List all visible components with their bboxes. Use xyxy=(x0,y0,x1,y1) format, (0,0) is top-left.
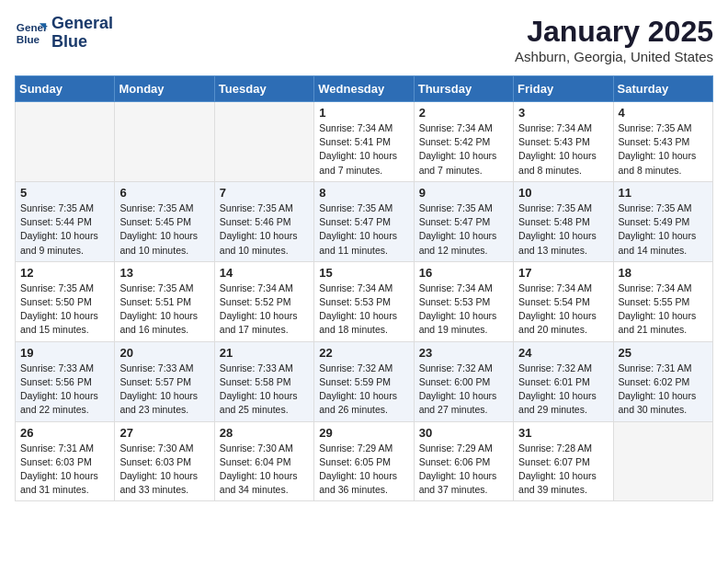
day-info: Sunrise: 7:35 AMSunset: 5:49 PMDaylight:… xyxy=(619,201,708,258)
calendar-cell: 17 Sunrise: 7:34 AMSunset: 5:54 PMDaylig… xyxy=(514,261,613,341)
day-number: 2 xyxy=(419,106,508,120)
calendar-cell: 6 Sunrise: 7:35 AMSunset: 5:45 PMDayligh… xyxy=(115,181,214,261)
day-number: 7 xyxy=(220,186,309,200)
day-info: Sunrise: 7:31 AMSunset: 6:03 PMDaylight:… xyxy=(20,442,109,498)
calendar-cell: 20 Sunrise: 7:33 AMSunset: 5:57 PMDaylig… xyxy=(115,341,214,421)
calendar-cell: 21 Sunrise: 7:33 AMSunset: 5:58 PMDaylig… xyxy=(214,341,313,421)
weekday-header-friday: Friday xyxy=(514,76,613,102)
calendar-cell: 31 Sunrise: 7:28 AMSunset: 6:07 PMDaylig… xyxy=(514,421,613,501)
day-info: Sunrise: 7:34 AMSunset: 5:53 PMDaylight:… xyxy=(419,282,508,338)
day-number: 14 xyxy=(220,266,309,280)
day-number: 30 xyxy=(419,426,508,440)
day-number: 15 xyxy=(319,266,408,280)
calendar-subtitle: Ashburn, Georgia, United States xyxy=(515,49,713,64)
calendar-cell xyxy=(613,421,712,501)
calendar-title: January 2025 xyxy=(515,15,713,49)
day-number: 17 xyxy=(518,266,608,280)
calendar-cell: 19 Sunrise: 7:33 AMSunset: 5:56 PMDaylig… xyxy=(16,341,115,421)
day-info: Sunrise: 7:32 AMSunset: 6:00 PMDaylight:… xyxy=(419,362,508,418)
calendar-cell: 26 Sunrise: 7:31 AMSunset: 6:03 PMDaylig… xyxy=(16,421,115,501)
day-info: Sunrise: 7:35 AMSunset: 5:51 PMDaylight:… xyxy=(119,282,209,338)
logo-text-general: General xyxy=(51,15,113,33)
calendar-cell: 2 Sunrise: 7:34 AMSunset: 5:42 PMDayligh… xyxy=(414,102,513,182)
day-number: 26 xyxy=(20,426,109,440)
day-number: 6 xyxy=(119,186,209,200)
day-number: 10 xyxy=(518,186,608,200)
day-info: Sunrise: 7:31 AMSunset: 6:02 PMDaylight:… xyxy=(619,362,708,418)
logo-text-blue: Blue xyxy=(51,33,113,52)
day-info: Sunrise: 7:29 AMSunset: 6:06 PMDaylight:… xyxy=(419,442,508,498)
calendar-cell: 3 Sunrise: 7:34 AMSunset: 5:43 PMDayligh… xyxy=(514,102,613,182)
calendar-table: SundayMondayTuesdayWednesdayThursdayFrid… xyxy=(15,75,713,501)
calendar-cell: 8 Sunrise: 7:35 AMSunset: 5:47 PMDayligh… xyxy=(314,181,414,261)
calendar-cell: 15 Sunrise: 7:34 AMSunset: 5:53 PMDaylig… xyxy=(314,261,414,341)
day-number: 19 xyxy=(20,346,109,360)
day-number: 24 xyxy=(518,346,608,360)
day-info: Sunrise: 7:35 AMSunset: 5:47 PMDaylight:… xyxy=(419,201,508,258)
day-number: 28 xyxy=(220,426,309,440)
calendar-cell: 10 Sunrise: 7:35 AMSunset: 5:48 PMDaylig… xyxy=(514,181,613,261)
day-number: 1 xyxy=(319,106,408,120)
calendar-cell: 22 Sunrise: 7:32 AMSunset: 5:59 PMDaylig… xyxy=(314,341,414,421)
day-number: 22 xyxy=(319,346,408,360)
calendar-cell: 9 Sunrise: 7:35 AMSunset: 5:47 PMDayligh… xyxy=(414,181,513,261)
day-info: Sunrise: 7:35 AMSunset: 5:43 PMDaylight:… xyxy=(619,121,708,178)
day-number: 8 xyxy=(319,186,408,200)
calendar-cell: 16 Sunrise: 7:34 AMSunset: 5:53 PMDaylig… xyxy=(414,261,513,341)
calendar-cell: 7 Sunrise: 7:35 AMSunset: 5:46 PMDayligh… xyxy=(214,181,313,261)
calendar-cell: 14 Sunrise: 7:34 AMSunset: 5:52 PMDaylig… xyxy=(214,261,313,341)
day-info: Sunrise: 7:34 AMSunset: 5:41 PMDaylight:… xyxy=(319,121,408,178)
day-info: Sunrise: 7:30 AMSunset: 6:03 PMDaylight:… xyxy=(119,442,209,498)
calendar-cell xyxy=(115,102,214,182)
day-info: Sunrise: 7:34 AMSunset: 5:43 PMDaylight:… xyxy=(518,121,608,178)
weekday-header-tuesday: Tuesday xyxy=(214,76,313,102)
day-number: 4 xyxy=(619,106,708,120)
calendar-cell: 11 Sunrise: 7:35 AMSunset: 5:49 PMDaylig… xyxy=(613,181,712,261)
weekday-header-sunday: Sunday xyxy=(16,76,115,102)
calendar-week-row: 12 Sunrise: 7:35 AMSunset: 5:50 PMDaylig… xyxy=(16,261,713,341)
day-info: Sunrise: 7:30 AMSunset: 6:04 PMDaylight:… xyxy=(220,442,309,498)
day-info: Sunrise: 7:35 AMSunset: 5:47 PMDaylight:… xyxy=(319,201,408,258)
day-number: 29 xyxy=(319,426,408,440)
calendar-cell: 24 Sunrise: 7:32 AMSunset: 6:01 PMDaylig… xyxy=(514,341,613,421)
weekday-header-monday: Monday xyxy=(115,76,214,102)
calendar-cell: 5 Sunrise: 7:35 AMSunset: 5:44 PMDayligh… xyxy=(16,181,115,261)
day-number: 16 xyxy=(419,266,508,280)
day-number: 3 xyxy=(518,106,608,120)
day-number: 25 xyxy=(619,346,708,360)
day-info: Sunrise: 7:34 AMSunset: 5:54 PMDaylight:… xyxy=(518,282,608,338)
calendar-cell: 13 Sunrise: 7:35 AMSunset: 5:51 PMDaylig… xyxy=(115,261,214,341)
calendar-cell: 27 Sunrise: 7:30 AMSunset: 6:03 PMDaylig… xyxy=(115,421,214,501)
calendar-week-row: 5 Sunrise: 7:35 AMSunset: 5:44 PMDayligh… xyxy=(16,181,713,261)
day-info: Sunrise: 7:35 AMSunset: 5:44 PMDaylight:… xyxy=(20,201,109,258)
day-number: 13 xyxy=(119,266,209,280)
day-number: 11 xyxy=(619,186,708,200)
day-number: 21 xyxy=(220,346,309,360)
day-number: 27 xyxy=(119,426,209,440)
weekday-header-thursday: Thursday xyxy=(414,76,513,102)
day-number: 20 xyxy=(119,346,209,360)
day-info: Sunrise: 7:28 AMSunset: 6:07 PMDaylight:… xyxy=(518,442,608,498)
calendar-week-row: 26 Sunrise: 7:31 AMSunset: 6:03 PMDaylig… xyxy=(16,421,713,501)
calendar-week-row: 1 Sunrise: 7:34 AMSunset: 5:41 PMDayligh… xyxy=(16,102,713,182)
day-info: Sunrise: 7:33 AMSunset: 5:58 PMDaylight:… xyxy=(220,362,309,418)
weekday-header-saturday: Saturday xyxy=(613,76,712,102)
calendar-cell: 4 Sunrise: 7:35 AMSunset: 5:43 PMDayligh… xyxy=(613,102,712,182)
calendar-cell: 30 Sunrise: 7:29 AMSunset: 6:06 PMDaylig… xyxy=(414,421,513,501)
calendar-cell: 28 Sunrise: 7:30 AMSunset: 6:04 PMDaylig… xyxy=(214,421,313,501)
day-info: Sunrise: 7:29 AMSunset: 6:05 PMDaylight:… xyxy=(319,442,408,498)
day-info: Sunrise: 7:35 AMSunset: 5:50 PMDaylight:… xyxy=(20,282,109,338)
day-info: Sunrise: 7:34 AMSunset: 5:53 PMDaylight:… xyxy=(319,282,408,338)
svg-text:General: General xyxy=(17,21,48,33)
day-info: Sunrise: 7:35 AMSunset: 5:45 PMDaylight:… xyxy=(119,201,209,258)
day-info: Sunrise: 7:34 AMSunset: 5:52 PMDaylight:… xyxy=(220,282,309,338)
day-info: Sunrise: 7:33 AMSunset: 5:57 PMDaylight:… xyxy=(119,362,209,418)
svg-text:Blue: Blue xyxy=(17,33,40,45)
calendar-week-row: 19 Sunrise: 7:33 AMSunset: 5:56 PMDaylig… xyxy=(16,341,713,421)
logo-icon: General Blue xyxy=(15,17,48,50)
day-info: Sunrise: 7:32 AMSunset: 5:59 PMDaylight:… xyxy=(319,362,408,418)
calendar-cell: 29 Sunrise: 7:29 AMSunset: 6:05 PMDaylig… xyxy=(314,421,414,501)
day-info: Sunrise: 7:35 AMSunset: 5:48 PMDaylight:… xyxy=(518,201,608,258)
calendar-cell: 12 Sunrise: 7:35 AMSunset: 5:50 PMDaylig… xyxy=(16,261,115,341)
calendar-cell: 18 Sunrise: 7:34 AMSunset: 5:55 PMDaylig… xyxy=(613,261,712,341)
